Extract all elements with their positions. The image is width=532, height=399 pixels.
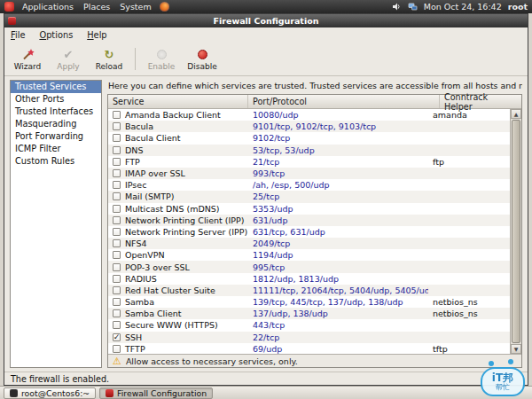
sidebar-item-custom-rules[interactable]: Custom Rules [11,155,101,168]
sidebar-item-trusted-interfaces[interactable]: Trusted Interfaces [11,106,101,118]
watermark-text-2: 帮忙 [496,383,510,391]
service-checkbox[interactable] [113,216,121,224]
distro-menu-icon[interactable] [4,2,14,12]
table-row[interactable]: Samba Client137/udp, 138/udpnetbios_ns [108,308,510,319]
enable-label: Enable [148,62,176,71]
service-conntrack-helper: netbios_ns [428,309,510,318]
table-row[interactable]: POP-3 over SSL995/tcp [108,261,510,272]
service-checkbox[interactable] [113,111,121,119]
service-name: Samba Client [125,309,181,318]
service-checkbox[interactable]: ✓ [113,333,121,341]
table-row[interactable]: Mail (SMTP)25/tcp [108,191,510,202]
enable-icon [157,48,167,61]
table-row[interactable]: DNS53/tcp, 53/udp [108,145,510,156]
scroll-up-icon[interactable]: ▲ [511,109,521,119]
service-checkbox[interactable] [113,321,121,329]
firefox-launcher-icon[interactable] [160,2,169,12]
table-row[interactable]: Bacula Client9102/tcp [108,132,510,144]
service-conntrack-helper: ftp [428,157,510,167]
vertical-scrollbar[interactable]: ▲ ▼ [510,109,521,354]
service-checkbox[interactable] [113,181,121,189]
service-checkbox[interactable] [113,298,121,306]
service-name: Amanda Backup Client [125,110,221,120]
sidebar-item-port-forwarding[interactable]: Port Forwarding [11,130,101,143]
header-service[interactable]: Service [108,95,248,108]
watermark-text-1: iT邦 [492,372,513,383]
service-checkbox[interactable] [113,122,121,130]
scroll-down-icon[interactable]: ▼ [511,344,521,354]
window-titlebar[interactable]: Firewall Configuration [4,14,528,27]
service-checkbox[interactable] [113,228,121,236]
service-checkbox[interactable] [113,251,121,259]
panel-menu-places[interactable]: Places [82,2,112,12]
enable-button: Enable [142,44,181,74]
table-row[interactable]: Network Printing Server (IPP)631/tcp, 63… [108,226,510,238]
service-checkbox[interactable] [113,169,121,177]
table-row[interactable]: RADIUS1812/udp, 1813/udp [108,273,510,285]
table-row[interactable]: IPsec/ah, /esp, 500/udp [108,179,510,191]
service-name: Mail (SMTP) [125,192,175,201]
terminal-icon [10,389,18,397]
menu-options[interactable]: Options [39,30,73,40]
service-ports: 443/tcp [248,320,428,330]
clock[interactable]: Mon Oct 24, 16:42 [424,2,502,12]
table-row[interactable]: Secure WWW (HTTPS)443/tcp [108,319,510,331]
user-indicator[interactable]: root [508,2,528,12]
apply-check-icon: ✔ [64,48,74,61]
reload-button[interactable]: ↻ Reload [90,44,129,74]
service-checkbox[interactable] [113,205,121,213]
warning-icon: ⚠ [113,356,121,366]
service-checkbox[interactable] [113,286,121,294]
table-row[interactable]: FTP21/tcpftp [108,156,510,168]
table-row[interactable]: ✓SSH22/tcp [108,332,510,343]
wizard-button[interactable]: Wizard [8,44,47,74]
table-row[interactable]: Multicast DNS (mDNS)5353/udp [108,203,510,215]
service-name: Multicast DNS (mDNS) [125,204,220,214]
services-list: Amanda Backup Client10080/udpamandaBacul… [108,109,510,354]
sidebar-item-trusted-services[interactable]: Trusted Services [11,81,101,93]
service-checkbox[interactable] [113,134,121,142]
service-checkbox[interactable] [113,146,121,154]
table-row[interactable]: Network Printing Client (IPP)631/udp [108,215,510,226]
service-checkbox[interactable] [113,239,121,247]
sidebar-item-other-ports[interactable]: Other Ports [11,93,101,106]
service-name: FTP [125,157,140,167]
panel-menu-applications[interactable]: Applications [20,2,75,12]
service-checkbox[interactable] [113,192,121,200]
network-icon[interactable] [408,2,418,12]
apply-label: Apply [57,62,79,71]
volume-icon[interactable] [392,2,402,12]
service-ports: 1194/udp [248,250,428,260]
table-row[interactable]: TFTP69/udptftp [108,343,510,354]
service-conntrack-helper: amanda [428,110,510,120]
panel-menu-system[interactable]: System [118,2,153,12]
category-sidebar: Trusted Services Other Ports Trusted Int… [10,80,102,368]
service-checkbox[interactable] [113,345,121,353]
table-row[interactable]: IMAP over SSL993/tcp [108,168,510,179]
table-row[interactable]: Samba139/tcp, 445/tcp, 137/udp, 138/udpn… [108,296,510,308]
table-row[interactable]: OpenVPN1194/udp [108,249,510,261]
menu-help[interactable]: Help [87,30,106,40]
sidebar-item-icmp-filter[interactable]: ICMP Filter [11,143,101,155]
service-ports: 69/udp [248,344,428,354]
warning-text: Allow access to necessary services, only… [126,356,298,366]
service-name: Secure WWW (HTTPS) [125,320,218,330]
toolbar-separator [135,48,136,70]
service-conntrack-helper: tftp [428,344,510,354]
service-checkbox[interactable] [113,275,121,283]
header-conntrack-helper[interactable]: Conntrack Helper [440,95,521,108]
header-port-protocol[interactable]: Port/Protocol [248,95,440,108]
table-row[interactable]: Red Hat Cluster Suite11111/tcp, 21064/tc… [108,285,510,296]
taskbar-item-firewall-configuration[interactable]: Firewall Configuration [99,387,213,399]
disable-button[interactable]: Disable [183,44,222,74]
table-row[interactable]: Amanda Backup Client10080/udpamanda [108,109,510,121]
sidebar-item-masquerading[interactable]: Masquerading [11,118,101,130]
menu-file[interactable]: File [11,30,25,40]
service-checkbox[interactable] [113,158,121,166]
taskbar-item-terminal[interactable]: root@Centos6:~ [4,387,96,399]
service-checkbox[interactable] [113,263,121,271]
table-row[interactable]: Bacula9101/tcp, 9102/tcp, 9103/tcp [108,121,510,132]
service-checkbox[interactable] [113,309,121,317]
scrollbar-thumb[interactable] [512,120,520,343]
table-row[interactable]: NFS42049/tcp [108,238,510,249]
